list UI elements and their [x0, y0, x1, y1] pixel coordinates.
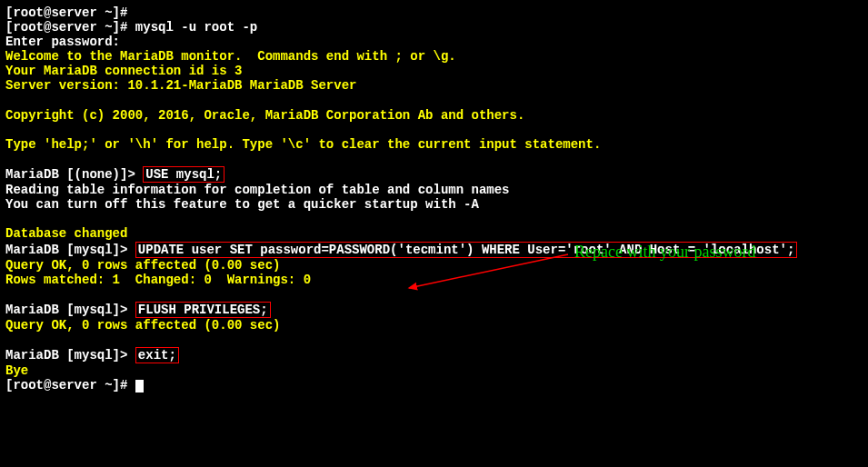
- cursor: [135, 380, 144, 392]
- blank-line: [5, 212, 863, 226]
- terminal-output: Bye: [5, 363, 863, 378]
- terminal-line: MariaDB [(none)]> USE mysql;: [5, 166, 863, 183]
- terminal-output: Rows matched: 1 Changed: 0 Warnings: 0: [5, 273, 863, 287]
- terminal-output: Welcome to the MariaDB monitor. Commands…: [5, 49, 863, 64]
- terminal-line: Enter password:: [5, 35, 863, 49]
- blank-line: [5, 287, 863, 302]
- terminal-output: Server version: 10.1.21-MariaDB MariaDB …: [5, 78, 863, 93]
- terminal-output: You can turn off this feature to get a q…: [5, 197, 863, 212]
- terminal-output: Copyright (c) 2000, 2016, Oracle, MariaD…: [5, 108, 863, 123]
- db-prompt: MariaDB [mysql]>: [5, 303, 135, 317]
- db-prompt: MariaDB [(none)]>: [5, 167, 143, 182]
- highlighted-command-flush: FLUSH PRIVILEGES;: [135, 302, 271, 318]
- highlighted-command-exit: exit;: [135, 347, 179, 363]
- blank-line: [5, 123, 863, 137]
- shell-prompt: [root@server ~]#: [5, 5, 135, 20]
- terminal-line: MariaDB [mysql]> exit;: [5, 347, 863, 363]
- shell-prompt: [root@server ~]#: [5, 378, 135, 392]
- annotation-text: Repace with your password: [574, 243, 755, 262]
- shell-prompt: [root@server ~]#: [5, 20, 135, 35]
- terminal-output: Database changed: [5, 226, 863, 241]
- command-text: mysql -u root -p: [135, 20, 257, 35]
- terminal-output: Your MariaDB connection id is 3: [5, 64, 863, 78]
- db-prompt: MariaDB [mysql]>: [5, 348, 135, 363]
- terminal-line[interactable]: [root@server ~]#: [5, 378, 863, 392]
- blank-line: [5, 94, 863, 108]
- terminal-line: [root@server ~]# mysql -u root -p: [5, 20, 863, 35]
- terminal-line: MariaDB [mysql]> FLUSH PRIVILEGES;: [5, 302, 863, 318]
- terminal-output: Query OK, 0 rows affected (0.00 sec): [5, 318, 863, 333]
- terminal-line: [root@server ~]#: [5, 5, 863, 20]
- blank-line: [5, 333, 863, 347]
- db-prompt: MariaDB [mysql]>: [5, 243, 135, 257]
- blank-line: [5, 152, 863, 166]
- highlighted-command-use: USE mysql;: [143, 166, 224, 183]
- terminal-output: Reading table information for completion…: [5, 183, 863, 197]
- terminal-output: Type 'help;' or '\h' for help. Type '\c'…: [5, 137, 863, 152]
